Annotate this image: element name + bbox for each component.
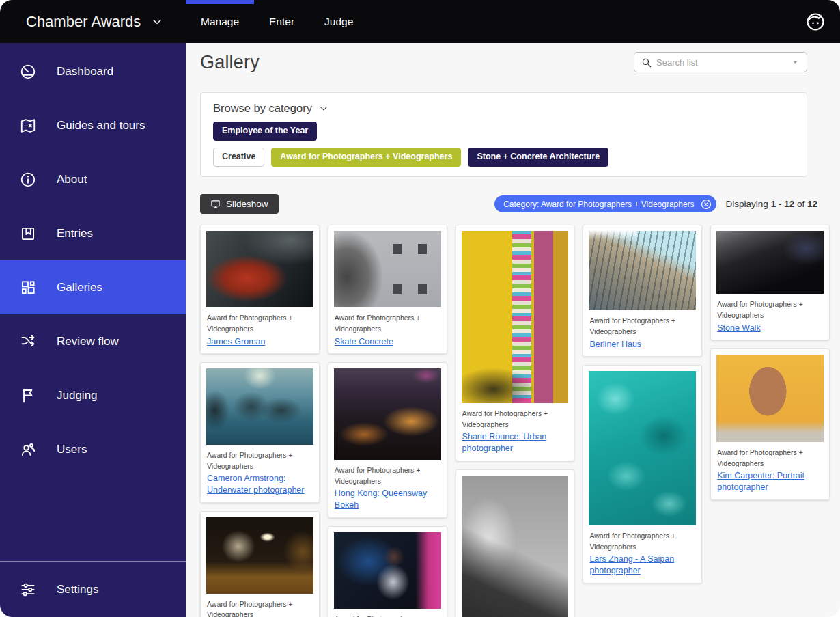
category-chip-stone-concrete-architecture[interactable]: Stone + Concrete Architecture — [468, 148, 608, 167]
entries-bookmark-icon — [19, 225, 37, 243]
card-category-label: Award for Photographers + Videographers — [207, 450, 313, 472]
search-icon — [641, 57, 652, 68]
sidebar-item-label: Judging — [57, 389, 98, 402]
search-dropdown-caret-icon[interactable] — [789, 57, 801, 67]
user-avatar-button[interactable] — [804, 11, 826, 33]
entry-link[interactable]: Stone Walk — [717, 323, 760, 335]
photo-pantheon-night[interactable] — [206, 517, 313, 594]
gallery-card: Award for Photographers + VideographersB… — [583, 225, 702, 357]
sidebar-item-judging[interactable]: Judging — [0, 368, 186, 422]
sidebar-item-users[interactable]: Users — [0, 422, 186, 476]
settings-sliders-icon — [19, 581, 37, 599]
displaying-total: 12 — [807, 199, 817, 209]
card-category-label: Award for Photographers + Videographers — [717, 448, 823, 469]
sidebar-item-about[interactable]: About — [0, 152, 186, 206]
photo-underwater[interactable] — [206, 368, 313, 445]
sidebar-item-label: Review flow — [57, 335, 119, 348]
close-icon — [700, 198, 712, 210]
search-input[interactable] — [652, 57, 789, 68]
category-chip-row: CreativeAward for Photographers + Videog… — [213, 148, 794, 167]
photo-hongkong-street[interactable] — [334, 368, 441, 460]
photo-portrait-orange[interactable] — [716, 355, 824, 442]
sidebar-item-label: About — [57, 173, 87, 187]
category-chip-creative[interactable]: Creative — [213, 148, 264, 167]
category-chip-employee-of-the-year[interactable]: Employee of the Year — [213, 122, 317, 141]
topnav-judge[interactable]: Judge — [309, 0, 368, 43]
sidebar-item-settings[interactable]: Settings — [0, 561, 186, 617]
entry-link[interactable]: James Groman — [207, 336, 265, 348]
topnav-manage[interactable]: Manage — [186, 0, 254, 43]
photo-stone-walk[interactable] — [716, 231, 824, 294]
entry-link[interactable]: Cameron Armstrong: Underwater photograph… — [207, 473, 313, 497]
photo-neon-portrait[interactable] — [334, 532, 441, 609]
judging-flag-icon — [19, 387, 37, 405]
top-nav: ManageEnterJudge — [186, 0, 368, 43]
gallery-column: Award for Photographers + VideographersS… — [456, 225, 575, 617]
filter-pill-label: Category: Award for Photographers + Vide… — [503, 200, 694, 209]
gallery-card: Award for Photographers + VideographersP… — [200, 511, 320, 617]
sidebar-item-label: Settings — [57, 583, 98, 597]
gallery-card: Award for Photographers + VideographersC… — [200, 362, 320, 503]
card-category-label: Award for Photographers + Videographers — [462, 409, 568, 430]
app-window: Chamber Awards ManageEnterJudge Dashboar… — [0, 0, 840, 617]
sidebar-item-entries[interactable]: Entries — [0, 206, 186, 260]
sidebar-item-galleries[interactable]: Galleries — [0, 260, 186, 314]
top-bar: Chamber Awards ManageEnterJudge — [0, 0, 840, 43]
entry-link[interactable]: Kim Carpenter: Portrait photographer — [717, 470, 823, 494]
users-icon — [19, 441, 37, 458]
gallery-card: Award for Photographers + VideographersJ… — [200, 225, 320, 354]
sidebar-item-dashboard[interactable]: Dashboard — [0, 44, 186, 98]
card-category-label: Award for Photographers + Videographers — [335, 313, 440, 335]
entry-link[interactable]: Shane Rounce: Urban photographer — [462, 431, 568, 455]
card-category-label: Award for Photographers + Videographers — [589, 316, 695, 338]
review-flow-icon — [19, 333, 37, 351]
photo-teal-water[interactable] — [589, 371, 696, 525]
card-category-label: Award for Photographers + Videographers — [335, 465, 440, 487]
card-category-label: Award for Photographers + Videographers — [589, 531, 695, 553]
sidebar-item-label: Users — [57, 443, 87, 456]
chevron-down-icon — [318, 103, 329, 114]
app-switcher[interactable]: Chamber Awards — [0, 13, 186, 31]
card-category-label: Award for Photographers + Videographers — [335, 614, 440, 617]
card-category-label: Award for Photographers + Videographers — [717, 299, 823, 321]
sidebar-item-label: Entries — [57, 227, 93, 241]
photo-eiffel-tower[interactable] — [462, 476, 569, 617]
gallery-column: Award for Photographers + VideographersJ… — [200, 225, 320, 617]
face-avatar-icon — [804, 11, 826, 33]
card-category-label: Award for Photographers + Videographers — [207, 313, 313, 335]
active-filter-pill: Category: Award for Photographers + Vide… — [494, 195, 716, 212]
gallery-toolbar: Slideshow Category: Award for Photograph… — [200, 194, 830, 214]
browse-by-category-toggle[interactable]: Browse by category — [213, 102, 329, 115]
results-count: Displaying 1 - 12 of 12 — [726, 199, 817, 209]
guides-map-icon — [19, 117, 37, 135]
entry-link[interactable]: Berliner Haus — [589, 339, 641, 351]
photo-concrete-building[interactable] — [334, 231, 441, 307]
category-chip-award-for-photographers-videographers[interactable]: Award for Photographers + Videographers — [271, 148, 461, 167]
entry-link[interactable]: Hong Kong: Queensway Bokeh — [335, 488, 440, 512]
entry-link[interactable]: Skate Concrete — [335, 336, 393, 348]
sidebar-item-label: Guides and tours — [57, 119, 145, 133]
gallery-card: Award for Photographers + VideographersL… — [583, 365, 702, 584]
topnav-enter[interactable]: Enter — [254, 0, 309, 43]
galleries-layout-icon — [19, 279, 37, 297]
gallery-card: Award for Photographers + VideographersS… — [328, 225, 447, 354]
displaying-range: 1 - 12 — [771, 199, 795, 209]
browse-panel: Browse by category Employee of the Year … — [200, 92, 807, 177]
photo-berliner-haus[interactable] — [589, 231, 696, 310]
sidebar-item-guides-and-tours[interactable]: Guides and tours — [0, 98, 186, 152]
remove-filter-button[interactable] — [700, 198, 712, 210]
displaying-prefix: Displaying — [726, 199, 768, 209]
photo-vintage-car[interactable] — [206, 231, 313, 307]
gallery-grid: Award for Photographers + VideographersJ… — [200, 225, 830, 617]
sidebar-item-review-flow[interactable]: Review flow — [0, 314, 186, 368]
search-combobox[interactable] — [634, 52, 807, 72]
page-title: Gallery — [200, 52, 260, 73]
entry-link[interactable]: Lars Zhang - A Saipan photographer — [589, 553, 695, 577]
gallery-card: Award for Photographers + VideographersS… — [456, 225, 575, 461]
category-chip-row: Employee of the Year — [213, 122, 794, 141]
gallery-card — [456, 469, 575, 617]
info-icon — [19, 171, 37, 189]
sidebar-nav: DashboardGuides and toursAboutEntriesGal… — [0, 44, 186, 476]
photo-urban-yellow[interactable] — [462, 231, 569, 403]
slideshow-button[interactable]: Slideshow — [200, 194, 279, 214]
